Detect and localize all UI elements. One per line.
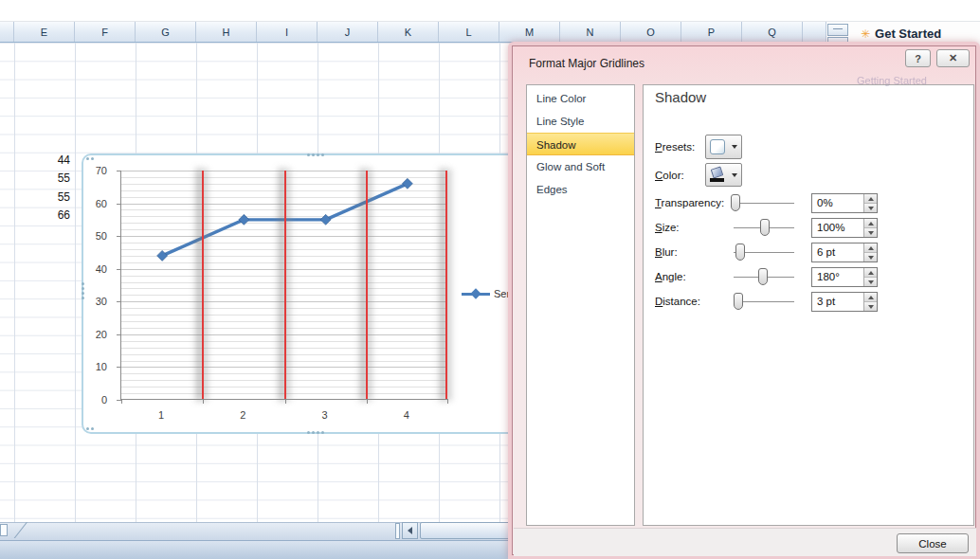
y-tick-label: 20 — [83, 329, 107, 340]
cell-value[interactable]: 55 — [14, 170, 70, 188]
dialog-help-button[interactable]: ? — [905, 49, 931, 67]
spin-down-button[interactable] — [864, 277, 877, 286]
column-header-partial[interactable] — [803, 22, 826, 42]
spin-up-button[interactable] — [864, 243, 877, 252]
series-data-point[interactable] — [402, 178, 412, 189]
distance-slider[interactable] — [734, 301, 794, 302]
blur-spinbox[interactable]: 6 pt — [811, 243, 878, 262]
y-tick-label: 0 — [83, 394, 107, 406]
y-axis-tick — [117, 301, 121, 302]
column-header-I[interactable]: I — [257, 22, 318, 42]
chevron-down-icon — [732, 145, 737, 149]
x-axis-tick — [367, 399, 368, 404]
spin-up-button[interactable] — [864, 293, 877, 301]
blur-slider[interactable] — [734, 252, 794, 253]
size-slider[interactable] — [734, 227, 794, 228]
major-vertical-gridline[interactable] — [445, 171, 447, 399]
spin-down-button[interactable] — [864, 301, 877, 311]
sheet-tab-fragment[interactable] — [0, 524, 8, 536]
series-data-point[interactable] — [239, 214, 249, 225]
close-icon: ✕ — [949, 52, 957, 64]
sheet-tab-edge — [11, 522, 32, 538]
angle-spinbox[interactable]: 180° — [811, 267, 878, 287]
plot-area[interactable] — [120, 171, 447, 400]
dialog-close-button[interactable]: ✕ — [936, 49, 970, 67]
column-header-partial[interactable] — [0, 22, 14, 42]
major-vertical-gridline[interactable] — [284, 171, 286, 399]
cell-value[interactable]: 44 — [14, 152, 70, 170]
slider-thumb[interactable] — [735, 243, 745, 261]
spin-down-button[interactable] — [864, 203, 877, 212]
y-tick-label: 10 — [83, 361, 107, 372]
spin-down-button[interactable] — [864, 252, 877, 261]
column-header-G[interactable]: G — [136, 22, 196, 42]
slider-thumb[interactable] — [731, 194, 740, 211]
chart-grip-bottom[interactable] — [307, 431, 324, 434]
vertical-split-handle[interactable] — [827, 24, 848, 36]
spin-down-button[interactable] — [864, 227, 877, 237]
color-label: Color: — [655, 170, 684, 181]
dialog-title: Format Major Gridlines — [529, 57, 644, 70]
x-axis-tick — [447, 399, 448, 404]
y-tick-label: 50 — [83, 230, 107, 242]
presets-dropdown[interactable] — [705, 135, 742, 159]
slider-thumb[interactable] — [760, 219, 770, 236]
spin-up-button[interactable] — [864, 194, 877, 203]
close-button[interactable]: Close — [897, 533, 969, 553]
column-header-H[interactable]: H — [196, 22, 257, 42]
x-axis-tick — [285, 399, 286, 404]
column-header-E[interactable]: E — [14, 22, 75, 42]
x-tick-label: 1 — [150, 409, 172, 421]
nav-item-line-color[interactable]: Line Color — [527, 87, 634, 110]
y-tick-label: 30 — [83, 296, 107, 307]
column-header-M[interactable]: M — [499, 22, 560, 42]
spin-up-button[interactable] — [864, 268, 877, 277]
distance-row: Distance: 3 pt — [644, 290, 975, 315]
x-tick-label: 4 — [395, 409, 418, 421]
column-header-N[interactable]: N — [560, 22, 621, 42]
column-header-Q[interactable]: Q — [742, 22, 803, 42]
cell-value[interactable]: 66 — [14, 207, 70, 225]
column-header-P[interactable]: P — [681, 22, 742, 42]
shadow-panel: Shadow Presets: Color: Transparency: 0% — [643, 84, 974, 526]
x-axis-labels: 1234 — [120, 409, 447, 423]
chart-grip-top[interactable] — [307, 153, 324, 156]
legend-line-marker-icon — [462, 293, 490, 296]
tab-split-handle[interactable] — [395, 523, 400, 539]
angle-slider[interactable] — [734, 277, 794, 278]
series-data-point[interactable] — [320, 214, 331, 225]
angle-row: Angle: 180° — [644, 265, 975, 290]
major-vertical-gridline[interactable] — [202, 171, 204, 399]
help-icon: ? — [915, 53, 921, 64]
cell-value[interactable]: 55 — [14, 189, 70, 207]
column-header-O[interactable]: O — [621, 22, 681, 42]
series-data-point[interactable] — [157, 250, 168, 261]
distance-spinbox[interactable]: 3 pt — [811, 292, 878, 312]
y-tick-label: 70 — [83, 165, 107, 176]
size-spinbox[interactable]: 100% — [811, 218, 878, 238]
dialog-footer: Close — [514, 528, 976, 556]
transparency-slider[interactable] — [734, 203, 794, 204]
column-header-L[interactable]: L — [439, 22, 499, 42]
column-header-F[interactable]: F — [75, 22, 136, 42]
transparency-spinbox[interactable]: 0% — [811, 193, 878, 213]
formula-bar-strip — [0, 0, 980, 22]
taskpane-ghost-text: Getting Started — [857, 75, 927, 86]
transparency-row: Transparency: 0% — [644, 191, 975, 216]
nav-item-glow-soft-edges[interactable]: Glow and Soft Edges — [527, 155, 634, 178]
slider-thumb[interactable] — [734, 293, 743, 310]
scroll-left-button[interactable] — [402, 522, 418, 539]
column-header-J[interactable]: J — [318, 22, 378, 42]
slider-thumb[interactable] — [758, 268, 768, 285]
y-axis-tick — [117, 171, 121, 171]
major-vertical-gridline[interactable] — [366, 171, 368, 399]
nav-item-shadow[interactable]: Shadow — [527, 133, 634, 155]
shadow-color-dropdown[interactable] — [705, 163, 742, 187]
chart-area[interactable]: 706050403020100 1234 Series1 — [82, 153, 573, 434]
spin-up-button[interactable] — [864, 219, 877, 227]
taskpane-title: Get Started — [875, 27, 941, 41]
angle-value: 180° — [817, 271, 840, 282]
column-header-K[interactable]: K — [378, 22, 439, 42]
nav-item-line-style[interactable]: Line Style — [527, 110, 634, 133]
dialog-border-glow: Format Major Gridlines ? ✕ Line Color Li… — [508, 42, 980, 559]
